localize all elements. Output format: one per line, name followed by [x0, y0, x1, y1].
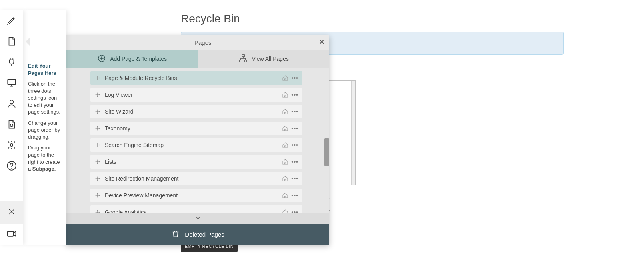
drag-handle-icon[interactable]	[94, 209, 101, 213]
drag-handle-icon[interactable]	[94, 192, 101, 199]
page-list-item[interactable]: Google Analytics •••	[90, 205, 302, 213]
plus-circle-icon	[97, 54, 106, 64]
page-item-label: Taxonomy	[105, 125, 282, 132]
svg-rect-9	[240, 60, 242, 62]
page-item-label: Lists	[105, 159, 282, 165]
page-item-more-button[interactable]: •••	[291, 125, 298, 132]
tab-add-page[interactable]: Add Page & Templates	[66, 50, 198, 68]
help-panel-p3-bold: Subpage.	[32, 166, 56, 172]
rail-video[interactable]	[0, 224, 23, 245]
page-item-label: Google Analytics	[105, 209, 282, 213]
page-list-item[interactable]: Site Wizard •••	[90, 105, 302, 118]
page-item-label: Search Engine Sitemap	[105, 142, 282, 148]
page-icon	[6, 36, 17, 48]
home-icon[interactable]	[282, 175, 289, 182]
page-list-item[interactable]: Lists •••	[90, 155, 302, 169]
deleted-pages-button[interactable]: Deleted Pages	[66, 224, 329, 245]
page-list-item[interactable]: Taxonomy •••	[90, 122, 302, 135]
svg-point-2	[10, 124, 13, 126]
home-icon[interactable]	[282, 141, 289, 149]
page-item-more-button[interactable]: •••	[291, 159, 298, 165]
flyout-tabs: Add Page & Templates View All Pages	[66, 50, 329, 68]
trash-icon	[171, 229, 180, 239]
drag-handle-icon[interactable]	[94, 92, 101, 98]
edit-rail	[0, 10, 23, 245]
pages-flyout: Pages ✕ Add Page & Templates View All Pa…	[66, 35, 329, 245]
page-item-more-button[interactable]: •••	[291, 209, 298, 213]
rail-assets[interactable]	[0, 114, 23, 135]
file-icon	[6, 119, 17, 131]
page-list: Page & Module Recycle Bins ••• Log Viewe…	[90, 71, 302, 213]
svg-rect-10	[244, 60, 247, 62]
home-icon[interactable]	[282, 192, 289, 199]
flyout-expand-toggle[interactable]	[66, 213, 329, 224]
help-panel-title: Edit Your Pages Here	[28, 62, 62, 76]
rail-help[interactable]	[0, 156, 23, 177]
svg-point-3	[10, 143, 13, 146]
page-item-label: Site Wizard	[105, 108, 282, 115]
gear-icon	[6, 140, 17, 151]
home-icon[interactable]	[282, 209, 289, 213]
home-icon[interactable]	[282, 108, 289, 115]
deleted-pages-label: Deleted Pages	[185, 231, 224, 238]
flyout-header: Pages ✕	[66, 35, 329, 50]
close-icon: ✕	[319, 38, 325, 46]
page-list-item[interactable]: Log Viewer •••	[90, 88, 302, 102]
rail-close[interactable]	[0, 201, 23, 224]
flyout-scrollbar-thumb[interactable]	[324, 138, 329, 166]
page-list-item[interactable]: Site Redirection Management •••	[90, 172, 302, 185]
drag-handle-icon[interactable]	[94, 175, 101, 182]
monitor-icon	[6, 78, 17, 89]
page-list-item[interactable]: Search Engine Sitemap •••	[90, 138, 302, 152]
home-icon[interactable]	[282, 125, 289, 132]
drag-handle-icon[interactable]	[94, 159, 101, 165]
drag-handle-icon[interactable]	[94, 108, 101, 115]
chevron-down-icon	[194, 214, 202, 223]
drag-handle-icon[interactable]	[94, 125, 101, 132]
pencil-icon	[6, 15, 17, 27]
rail-themes[interactable]	[0, 73, 23, 94]
rail-settings[interactable]	[0, 135, 23, 156]
svg-rect-8	[242, 55, 244, 57]
svg-rect-0	[8, 79, 16, 84]
help-panel-p2: Change your page order by dragging.	[28, 120, 62, 141]
help-panel-p3: Drag your page to the right to create a …	[28, 144, 62, 172]
rail-pages[interactable]	[0, 31, 23, 52]
page-item-more-button[interactable]: •••	[291, 92, 298, 98]
home-icon[interactable]	[282, 74, 289, 82]
flyout-title: Pages	[194, 39, 212, 46]
tab-view-all-pages[interactable]: View All Pages	[198, 50, 330, 68]
rail-users[interactable]	[0, 94, 23, 114]
svg-point-1	[10, 100, 14, 104]
rail-edit[interactable]	[0, 10, 23, 31]
page-item-label: Site Redirection Management	[105, 175, 282, 182]
page-item-more-button[interactable]: •••	[291, 75, 298, 81]
user-icon	[6, 98, 17, 110]
rail-extensions[interactable]	[0, 52, 23, 73]
tab-add-page-label: Add Page & Templates	[110, 56, 167, 62]
tab-view-all-pages-label: View All Pages	[252, 56, 289, 62]
listbox-scrollbar[interactable]	[351, 81, 355, 185]
plug-icon	[6, 57, 17, 68]
page-item-label: Page & Module Recycle Bins	[105, 75, 282, 81]
flyout-close-button[interactable]: ✕	[317, 38, 326, 46]
page-item-label: Log Viewer	[105, 92, 282, 98]
home-icon[interactable]	[282, 91, 289, 98]
page-item-more-button[interactable]: •••	[291, 175, 298, 182]
sitemap-icon	[238, 54, 248, 64]
home-icon[interactable]	[282, 158, 289, 165]
help-circle-icon	[6, 161, 17, 172]
page-item-more-button[interactable]: •••	[291, 142, 298, 148]
page-item-more-button[interactable]: •••	[291, 108, 298, 115]
drag-handle-icon[interactable]	[94, 142, 101, 148]
close-icon	[8, 208, 16, 217]
page-title: Recycle Bin	[181, 12, 240, 25]
help-panel-p1: Click on the three dots settings icon to…	[28, 80, 62, 116]
svg-rect-6	[8, 231, 14, 236]
page-list-item[interactable]: Device Preview Management •••	[90, 189, 302, 202]
svg-point-5	[11, 168, 12, 169]
flyout-body: Page & Module Recycle Bins ••• Log Viewe…	[66, 68, 329, 213]
page-list-item[interactable]: Page & Module Recycle Bins •••	[90, 71, 302, 85]
drag-handle-icon[interactable]	[94, 75, 101, 81]
page-item-more-button[interactable]: •••	[291, 192, 298, 199]
